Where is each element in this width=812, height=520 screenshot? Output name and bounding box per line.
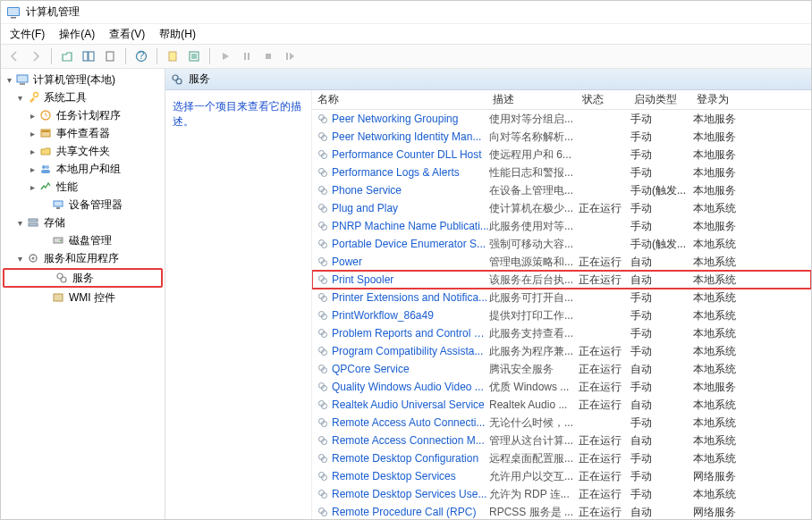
service-row[interactable]: Remote Access Auto Connecti...无论什么时候，...… — [312, 414, 811, 432]
service-name: Remote Access Auto Connecti... — [332, 416, 489, 429]
service-row[interactable]: Print Spooler该服务在后台执...正在运行自动本地系统 — [312, 271, 811, 289]
up-level-button[interactable] — [57, 46, 77, 66]
service-status: 正在运行 — [579, 201, 630, 216]
tree-device-manager[interactable]: 设备管理器 — [1, 196, 165, 214]
service-icon — [316, 326, 330, 340]
service-logon: 本地服务 — [693, 219, 747, 234]
tree-wmi[interactable]: WMI 控件 — [1, 289, 165, 306]
menu-help[interactable]: 帮助(H) — [152, 27, 203, 42]
navigation-tree[interactable]: ▾ 计算机管理(本地) ▾ 系统工具 ▸ 任务计划程序 ▸ 事件查看器 ▸ 共享… — [1, 69, 165, 519]
expand-icon[interactable]: ▸ — [26, 129, 38, 138]
collapse-icon[interactable]: ▾ — [13, 93, 26, 103]
service-status: 正在运行 — [579, 362, 630, 377]
service-row[interactable]: Remote Access Connection M...管理从这台计算...正… — [312, 432, 811, 449]
expand-icon[interactable]: ▸ — [26, 147, 38, 156]
svg-rect-11 — [244, 53, 246, 60]
service-row[interactable]: Realtek Audio Universal ServiceRealtek A… — [312, 396, 811, 414]
tree-root[interactable]: ▾ 计算机管理(本地) — [1, 71, 165, 88]
services-list[interactable]: 名称 描述 状态 启动类型 登录为 Peer Networking Groupi… — [312, 90, 811, 519]
tree-local-users[interactable]: ▸ 本地用户和组 — [1, 160, 165, 178]
toolbar-separator — [156, 48, 157, 64]
collapse-icon[interactable]: ▾ — [3, 75, 15, 85]
refresh-button[interactable] — [184, 46, 204, 66]
nav-forward-button[interactable] — [26, 46, 46, 66]
col-desc[interactable]: 描述 — [489, 92, 579, 107]
service-row[interactable]: Remote Desktop Services Use...允许为 RDP 连.… — [312, 485, 811, 503]
col-startup[interactable]: 启动类型 — [630, 92, 693, 107]
service-row[interactable]: Problem Reports and Control Pane...此服务支持… — [312, 324, 811, 342]
svg-rect-1 — [8, 8, 19, 15]
service-row[interactable]: Power管理电源策略和...正在运行自动本地系统 — [312, 253, 811, 271]
tree-services-apps[interactable]: ▾ 服务和应用程序 — [1, 249, 165, 267]
menu-view[interactable]: 查看(V) — [102, 27, 152, 42]
services-list-body[interactable]: Peer Networking Grouping使用对等分组启...手动本地服务… — [312, 110, 811, 519]
tree-system-tools[interactable]: ▾ 系统工具 — [1, 88, 165, 106]
service-row[interactable]: Plug and Play使计算机在极少...正在运行手动本地系统 — [312, 199, 811, 217]
stop-service-button[interactable] — [258, 46, 278, 66]
service-logon: 本地系统 — [693, 344, 747, 359]
service-row[interactable]: Quality Windows Audio Video ...优质 Window… — [312, 378, 811, 396]
tree-services[interactable]: 服务 — [3, 268, 163, 288]
col-name[interactable]: 名称 — [314, 92, 489, 107]
service-status: 正在运行 — [579, 451, 630, 466]
column-headers[interactable]: 名称 描述 状态 启动类型 登录为 — [312, 90, 811, 110]
service-row[interactable]: PrintWorkflow_86a49提供对打印工作...手动本地系统 — [312, 306, 811, 324]
service-row[interactable]: Performance Logs & Alerts性能日志和警报...手动本地服… — [312, 164, 811, 181]
service-row[interactable]: Performance Counter DLL Host使远程用户和 6...手… — [312, 146, 811, 164]
tree-performance[interactable]: ▸ 性能 — [1, 178, 165, 196]
service-row[interactable]: Peer Networking Grouping使用对等分组启...手动本地服务 — [312, 110, 811, 128]
service-desc: 此服务使用对等... — [489, 219, 579, 234]
menu-file[interactable]: 文件(F) — [3, 27, 52, 42]
svg-point-29 — [60, 239, 62, 241]
toolbar-separator — [209, 48, 210, 64]
svg-point-22 — [46, 165, 49, 169]
tree-shared-folders[interactable]: ▸ 共享文件夹 — [1, 142, 165, 160]
tree-disk-management[interactable]: 磁盘管理 — [1, 231, 165, 249]
tree-storage[interactable]: ▾ 存储 — [1, 214, 165, 231]
show-hide-tree-button[interactable] — [79, 46, 98, 66]
tree-event-viewer[interactable]: ▸ 事件查看器 — [1, 124, 165, 142]
pause-service-button[interactable] — [237, 46, 257, 66]
tree-label: 本地用户和组 — [56, 162, 121, 177]
service-desc: 管理从这台计算... — [489, 433, 579, 449]
service-row[interactable]: PNRP Machine Name Publicati...此服务使用对等...… — [312, 217, 811, 235]
collapse-icon[interactable]: ▾ — [13, 218, 26, 228]
svg-rect-10 — [191, 54, 197, 59]
service-icon — [316, 130, 330, 144]
col-status[interactable]: 状态 — [579, 92, 630, 107]
service-row[interactable]: Remote Procedure Call (RPC)RPCSS 服务是 ...… — [312, 503, 811, 519]
service-row[interactable]: QPCore Service腾讯安全服务正在运行自动本地系统 — [312, 360, 811, 378]
storage-icon — [26, 215, 40, 230]
service-row[interactable]: Peer Networking Identity Man...向对等名称解析..… — [312, 128, 811, 146]
service-row[interactable]: Remote Desktop Configuration远程桌面配置服...正在… — [312, 449, 811, 467]
service-icon — [316, 362, 330, 376]
service-desc: Realtek Audio ... — [489, 398, 579, 411]
tree-task-scheduler[interactable]: ▸ 任务计划程序 — [1, 106, 165, 124]
service-startup: 手动 — [630, 130, 693, 145]
properties-button[interactable] — [163, 46, 182, 66]
svg-rect-2 — [11, 17, 16, 19]
service-row[interactable]: Remote Desktop Services允许用户以交互...正在运行手动网… — [312, 467, 811, 485]
service-row[interactable]: Program Compatibility Assista...此服务为程序兼.… — [312, 342, 811, 360]
expand-icon[interactable]: ▸ — [26, 111, 38, 121]
svg-rect-13 — [266, 54, 271, 59]
expand-icon[interactable]: ▸ — [26, 164, 38, 174]
service-icon — [316, 219, 330, 233]
svg-rect-23 — [41, 170, 50, 173]
restart-service-button[interactable] — [280, 46, 300, 66]
help-button[interactable]: ? — [131, 46, 151, 66]
expand-icon[interactable]: ▸ — [26, 182, 38, 192]
service-row[interactable]: Phone Service在设备上管理电...手动(触发...本地服务 — [312, 181, 811, 199]
service-row[interactable]: Printer Extensions and Notifica...此服务可打开… — [312, 289, 811, 306]
nav-back-button[interactable] — [4, 46, 24, 66]
col-logon[interactable]: 登录为 — [693, 92, 747, 107]
start-service-button[interactable] — [216, 46, 235, 66]
collapse-icon[interactable]: ▾ — [13, 254, 26, 264]
service-row[interactable]: Portable Device Enumerator S...强制可移动大容..… — [312, 235, 811, 253]
menu-action[interactable]: 操作(A) — [52, 27, 102, 42]
export-list-button[interactable] — [100, 46, 120, 66]
tree-label: 事件查看器 — [56, 126, 110, 141]
svg-point-31 — [32, 257, 35, 260]
service-logon: 本地系统 — [693, 308, 747, 323]
service-icon — [316, 380, 330, 394]
